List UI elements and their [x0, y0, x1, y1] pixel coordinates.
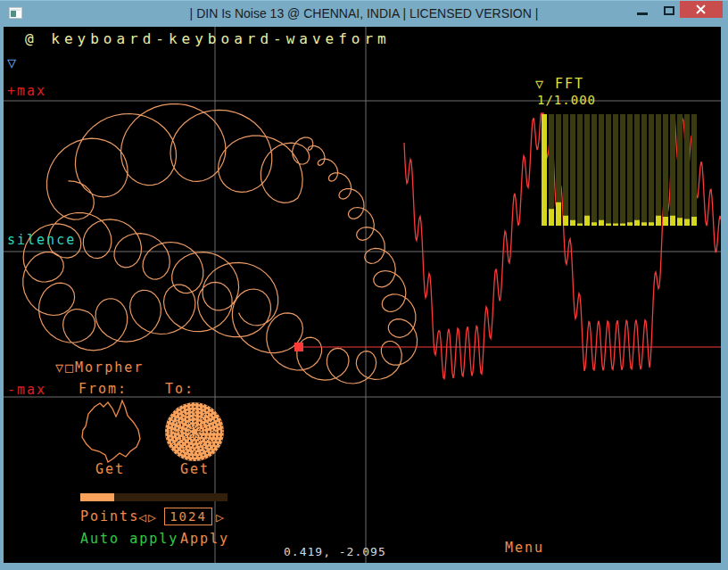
morpher-collapse-icon[interactable]: ▽ — [55, 359, 65, 376]
points-stepper: ◁▷ — [138, 511, 158, 525]
fft-bar — [663, 114, 668, 226]
fft-bar — [641, 114, 647, 226]
fft-bar — [691, 114, 697, 226]
fft-scale-readout[interactable]: 1/1.000 — [537, 94, 596, 106]
fft-bar — [634, 114, 640, 226]
morpher-window-icon[interactable]: □ — [65, 359, 75, 376]
close-icon — [696, 4, 706, 14]
morph-slider-fill — [80, 493, 114, 501]
fft-bar — [584, 114, 590, 226]
fft-bar-level — [549, 209, 554, 226]
morpher-header[interactable]: ▽□Morpher — [55, 361, 144, 375]
points-increment-icon[interactable]: ▷ — [148, 509, 158, 525]
fft-bar — [656, 114, 661, 226]
titlebar[interactable]: | DIN Is Noise 13 @ CHENNAI, INDIA | LIC… — [0, 0, 728, 28]
get-from-button[interactable]: Get — [95, 463, 125, 476]
fft-bar-level — [592, 222, 597, 226]
fft-bar-level — [570, 220, 575, 226]
fft-bar-level — [641, 222, 647, 226]
to-shape-sphere — [165, 402, 224, 461]
fft-bar-level — [684, 219, 690, 227]
cursor-coords-readout: 0.419, -2.095 — [284, 546, 386, 558]
fft-bar-level — [677, 218, 682, 226]
fft-bar-level — [649, 222, 654, 226]
get-to-button[interactable]: Get — [180, 463, 210, 476]
fft-label: FFT — [555, 76, 584, 92]
menu-button[interactable]: Menu — [505, 541, 544, 555]
morpher-to-label: To: — [165, 383, 194, 396]
instrument-label: @ keyboard-keyboard-waveform — [25, 32, 391, 46]
fft-bar — [620, 114, 625, 226]
fft-bar-level — [577, 224, 583, 227]
fft-collapse-icon[interactable]: ▽ — [535, 76, 545, 92]
close-button[interactable] — [680, 1, 723, 18]
auto-apply-button[interactable]: Auto apply — [80, 533, 178, 546]
fft-bar — [677, 114, 682, 226]
points-decrement-icon[interactable]: ◁ — [138, 509, 148, 525]
fft-bar — [577, 114, 583, 226]
fft-bar-level — [563, 216, 568, 226]
fft-bar — [649, 114, 654, 226]
fft-bar-level — [670, 216, 675, 226]
fft-bar-level — [613, 224, 618, 227]
canvas-menu-triangle-icon[interactable]: ▽ — [7, 55, 18, 70]
morpher-from-label: From: — [79, 383, 128, 396]
fft-bar — [599, 114, 604, 226]
level-silence-label: silence — [7, 234, 76, 247]
level-min-label: -max — [7, 384, 46, 397]
fft-bar — [563, 114, 568, 226]
fft-bar-level — [634, 220, 640, 226]
fft-bar-level — [599, 220, 604, 226]
fft-bar-level — [656, 216, 661, 226]
fft-bar-level — [556, 202, 561, 226]
fft-bar-level — [691, 217, 697, 226]
fft-bar — [592, 114, 597, 226]
fft-bar — [627, 114, 633, 226]
fft-bar — [606, 114, 611, 226]
apply-button[interactable]: Apply — [180, 533, 229, 546]
maximize-button[interactable] — [664, 6, 674, 15]
fft-bar — [570, 114, 575, 226]
fft-bar-level — [606, 224, 611, 227]
fft-header[interactable]: ▽ FFT — [535, 78, 584, 91]
fft-bar-level — [542, 114, 547, 226]
fft-bar — [670, 114, 675, 226]
points-label: Points — [80, 510, 139, 524]
fft-bar-level — [620, 224, 625, 227]
fft-bar-level — [627, 222, 633, 226]
window-title: | DIN Is Noise 13 @ CHENNAI, INDIA | LIC… — [0, 6, 728, 21]
fft-bar — [613, 114, 618, 226]
waveform-display[interactable] — [4, 27, 721, 563]
minimize-button[interactable] — [637, 12, 648, 15]
synth-canvas[interactable]: @ keyboard-keyboard-waveform ▽ +max sile… — [4, 27, 721, 563]
morph-slider[interactable] — [80, 493, 228, 501]
app-window: | DIN Is Noise 13 @ CHENNAI, INDIA | LIC… — [0, 0, 728, 570]
fft-bar — [684, 114, 690, 226]
fft-bar-level — [663, 217, 668, 226]
morpher-label: Morpher — [75, 359, 144, 376]
level-max-label: +max — [7, 85, 46, 98]
points-step-icon[interactable]: ▷ — [216, 511, 226, 525]
fft-bar-level — [584, 216, 590, 226]
points-input[interactable] — [164, 508, 212, 525]
